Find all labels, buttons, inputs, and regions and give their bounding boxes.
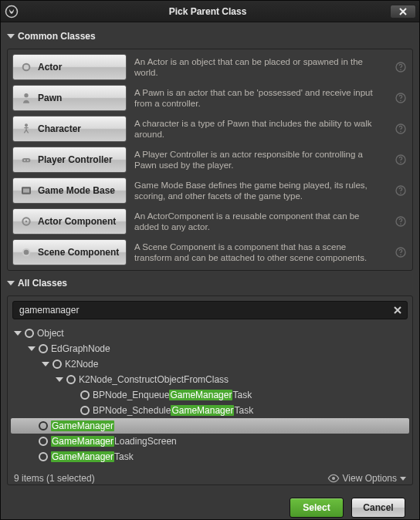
scenecomp-icon <box>19 245 33 259</box>
svg-point-19 <box>400 193 401 194</box>
dialog-body: Common Classes Actor An Actor is an obje… <box>1 22 419 519</box>
component-icon <box>19 214 33 228</box>
tree-row[interactable]: GameManagerTask <box>11 449 409 464</box>
class-description: A character is a type of Pawn that inclu… <box>134 118 386 140</box>
tree-row[interactable]: K2Node_ConstructObjectFromClass <box>11 372 409 387</box>
expander-icon[interactable] <box>56 377 63 382</box>
class-icon <box>25 329 34 338</box>
tree-row[interactable]: K2Node <box>11 356 409 372</box>
class-button[interactable]: Game Mode Base <box>12 177 127 204</box>
class-button[interactable]: Actor Component <box>12 208 127 235</box>
common-class-row: Actor An Actor is an object that can be … <box>12 54 408 80</box>
class-icon <box>39 452 48 461</box>
tree-label: BPNode_EnqueueGameManagerTask <box>93 390 252 400</box>
svg-rect-17 <box>23 188 29 192</box>
common-class-row: Game Mode Base Game Mode Base defines th… <box>12 177 408 204</box>
svg-point-12 <box>24 160 25 161</box>
class-icon <box>39 421 48 431</box>
gamemode-icon <box>19 184 33 198</box>
tree-row[interactable]: EdGraphNode <box>11 341 409 356</box>
window-title: Pick Parent Class <box>25 6 390 17</box>
class-icon <box>52 360 62 369</box>
svg-point-23 <box>400 224 401 225</box>
tree-label: K2Node_ConstructObjectFromClass <box>79 374 229 385</box>
class-button[interactable]: Player Controller <box>12 147 127 173</box>
class-description: A Player Controller is an actor responsi… <box>134 149 386 171</box>
class-button[interactable]: Pawn <box>12 85 127 111</box>
chevron-down-icon <box>7 281 15 285</box>
help-icon[interactable] <box>394 245 408 259</box>
expander-icon[interactable] <box>28 346 36 351</box>
tree-row[interactable]: GameManager <box>11 418 409 434</box>
class-name: Character <box>38 123 81 134</box>
class-description: Game Mode Base defines the game being pl… <box>134 180 386 202</box>
tree-label: GameManagerLoadingScreen <box>51 436 177 447</box>
expander-icon[interactable] <box>14 331 22 336</box>
tree-row[interactable]: BPNode_EnqueueGameManagerTask <box>11 387 409 403</box>
tree-label: K2Node <box>65 359 98 370</box>
svg-point-27 <box>400 255 401 256</box>
class-button[interactable]: Actor <box>12 54 127 80</box>
view-options-label: View Options <box>343 473 397 484</box>
common-class-row: Actor Component An ActorComponent is a r… <box>12 208 408 235</box>
search-wrap <box>8 296 412 324</box>
select-button[interactable]: Select <box>290 498 344 518</box>
class-tree[interactable]: ObjectEdGraphNodeK2NodeK2Node_ConstructO… <box>8 324 412 469</box>
help-icon[interactable] <box>394 122 408 136</box>
eye-icon <box>327 472 340 485</box>
svg-point-25 <box>24 250 29 255</box>
chevron-down-icon <box>400 477 406 481</box>
common-class-row: Character A character is a type of Pawn … <box>12 116 408 142</box>
expander-icon[interactable] <box>42 362 49 366</box>
clear-search-button[interactable] <box>388 302 407 319</box>
class-description: An ActorComponent is a reusable componen… <box>134 211 386 233</box>
tree-row[interactable]: BPNode_ScheduleGameManagerTask <box>11 403 409 418</box>
all-classes-label: All Classes <box>18 278 67 289</box>
svg-point-5 <box>24 93 28 97</box>
svg-rect-11 <box>22 158 31 162</box>
actor-icon <box>19 60 33 74</box>
tree-label: GameManagerTask <box>51 451 134 462</box>
controller-icon <box>19 153 33 167</box>
help-icon[interactable] <box>394 184 408 198</box>
class-description: An Actor is an object that can be placed… <box>134 56 386 79</box>
common-classes-label: Common Classes <box>18 31 96 42</box>
view-options-button[interactable]: View Options <box>327 472 406 485</box>
common-class-row: Pawn A Pawn is an actor that can be 'pos… <box>12 85 408 111</box>
class-button[interactable]: Scene Component <box>12 239 127 265</box>
class-name: Actor Component <box>38 216 116 227</box>
search-input[interactable] <box>13 302 388 319</box>
class-icon <box>39 437 48 446</box>
cancel-button[interactable]: Cancel <box>351 498 405 518</box>
svg-point-21 <box>25 221 28 223</box>
all-classes-panel: ObjectEdGraphNodeK2NodeK2Node_ConstructO… <box>7 295 413 485</box>
svg-point-4 <box>400 69 401 71</box>
tree-footer: 9 items (1 selected) View Options <box>8 469 412 485</box>
dialog-button-row: Select Cancel <box>7 490 413 519</box>
chevron-down-icon <box>7 34 15 39</box>
help-icon[interactable] <box>394 153 408 167</box>
help-icon[interactable] <box>394 91 408 105</box>
item-count-label: 9 items (1 selected) <box>14 473 95 484</box>
search-box <box>12 301 408 319</box>
unreal-logo-icon <box>4 4 19 19</box>
svg-point-13 <box>27 160 29 161</box>
class-description: A Pawn is an actor that can be 'possesse… <box>134 87 386 110</box>
all-classes-header[interactable]: All Classes <box>7 275 413 291</box>
character-icon <box>19 122 33 136</box>
class-icon <box>80 406 90 415</box>
tree-row[interactable]: GameManagerLoadingScreen <box>11 434 409 449</box>
tree-row[interactable]: Object <box>11 326 409 341</box>
help-icon[interactable] <box>394 214 408 228</box>
class-icon <box>39 344 48 353</box>
class-description: A Scene Component is a component that ha… <box>134 241 386 264</box>
common-classes-header[interactable]: Common Classes <box>7 29 413 44</box>
close-button[interactable] <box>390 5 416 19</box>
class-button[interactable]: Character <box>12 116 127 142</box>
titlebar: Pick Parent Class <box>1 1 419 22</box>
class-name: Actor <box>38 62 62 73</box>
pawn-icon <box>19 91 33 105</box>
class-icon <box>80 390 90 400</box>
tree-label: Object <box>37 328 64 339</box>
help-icon[interactable] <box>394 60 408 74</box>
